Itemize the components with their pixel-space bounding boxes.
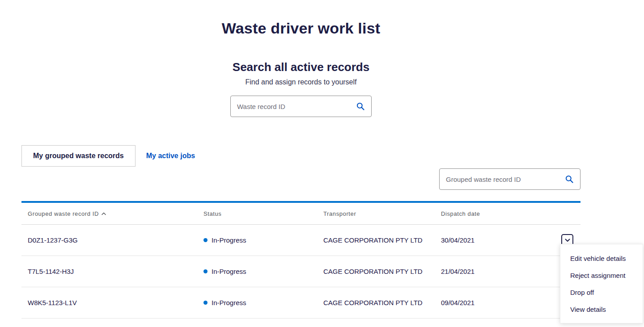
record-id: D0Z1-1237-G3G — [21, 236, 203, 244]
status-dot-icon — [203, 238, 208, 242]
status-cell: In-Progress — [203, 236, 323, 244]
transporter: CAGE CORPORATION PTY LTD — [323, 268, 441, 275]
dispatch-date: 21/04/2021 — [441, 268, 554, 275]
column-header-dispatch-date[interactable]: Dispatch date — [441, 210, 554, 217]
page-title: Waste driver work list — [21, 20, 580, 37]
record-id: W8K5-1123-L1V — [21, 299, 203, 306]
status-cell: In-Progress — [203, 268, 323, 275]
table-row: W8K5-1123-L1V In-Progress CAGE CORPORATI… — [21, 287, 580, 319]
status-cell: In-Progress — [203, 299, 323, 306]
column-header-label: Grouped waste record ID — [28, 210, 99, 217]
main-container: Waste driver work list Search all active… — [21, 20, 580, 319]
search-icon[interactable] — [565, 175, 574, 184]
column-header-transporter[interactable]: Transporter — [323, 210, 441, 217]
status-badge: In-Progress — [212, 268, 246, 275]
search-section: Search all active records Find and assig… — [21, 60, 580, 117]
search-icon[interactable] — [356, 102, 365, 111]
column-header-label: Transporter — [323, 210, 356, 217]
grouped-record-search-box — [439, 168, 580, 190]
dispatch-date: 30/04/2021 — [441, 236, 554, 244]
menu-item-reject-assignment[interactable]: Reject assignment — [560, 267, 643, 284]
sort-ascending-icon — [102, 212, 106, 215]
menu-item-view-details[interactable]: View details — [560, 301, 643, 318]
records-table: Grouped waste record ID Status Transport… — [21, 201, 580, 319]
tab-label: My active jobs — [146, 152, 195, 160]
status-dot-icon — [203, 269, 208, 273]
status-badge: In-Progress — [212, 299, 246, 306]
table-row: D0Z1-1237-G3G In-Progress CAGE CORPORATI… — [21, 225, 580, 256]
column-header-status[interactable]: Status — [203, 210, 323, 217]
tab-bar: My grouped waste records My active jobs — [21, 145, 580, 167]
record-id: T7L5-1142-H3J — [21, 268, 203, 275]
column-header-label: Dispatch date — [441, 210, 480, 217]
waste-record-search-input[interactable] — [237, 103, 352, 110]
transporter: CAGE CORPORATION PTY LTD — [323, 236, 441, 244]
status-dot-icon — [203, 301, 208, 305]
grouped-record-search-input[interactable] — [446, 176, 561, 183]
grouped-search-row — [21, 168, 580, 190]
menu-item-drop-off[interactable]: Drop off — [560, 284, 643, 301]
column-header-label: Status — [203, 210, 221, 217]
search-heading: Search all active records — [21, 60, 580, 74]
row-actions-dropdown-menu: Edit vehicle details Reject assignment D… — [560, 244, 643, 323]
search-subheading: Find and assign records to yourself — [21, 78, 580, 86]
transporter: CAGE CORPORATION PTY LTD — [323, 299, 441, 306]
table-header-row: Grouped waste record ID Status Transport… — [21, 203, 580, 225]
dispatch-date: 09/04/2021 — [441, 299, 554, 306]
chevron-down-icon — [565, 239, 570, 242]
tab-my-active-jobs[interactable]: My active jobs — [136, 145, 206, 167]
waste-record-search-box — [230, 96, 372, 117]
column-header-grouped-id[interactable]: Grouped waste record ID — [21, 210, 203, 217]
tab-label: My grouped waste records — [33, 152, 124, 160]
status-badge: In-Progress — [212, 236, 246, 244]
menu-item-edit-vehicle-details[interactable]: Edit vehicle details — [560, 250, 643, 267]
table-row: T7L5-1142-H3J In-Progress CAGE CORPORATI… — [21, 256, 580, 287]
tab-my-grouped-waste-records[interactable]: My grouped waste records — [21, 145, 136, 167]
